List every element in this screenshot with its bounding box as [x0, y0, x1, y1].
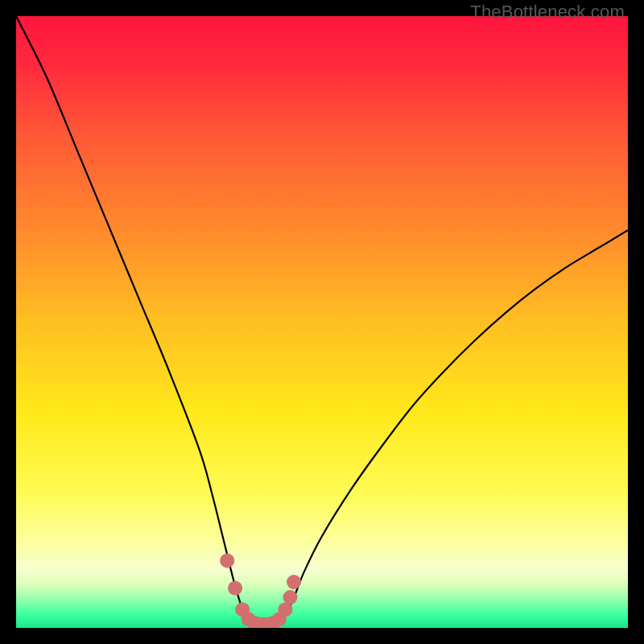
marker-dot — [228, 581, 242, 596]
chart-frame — [16, 16, 628, 628]
watermark-text: TheBottleneck.com — [470, 2, 625, 23]
marker-dot — [283, 590, 297, 605]
bottleneck-chart — [16, 16, 628, 628]
marker-dot — [220, 553, 234, 568]
marker-dot — [287, 575, 301, 589]
